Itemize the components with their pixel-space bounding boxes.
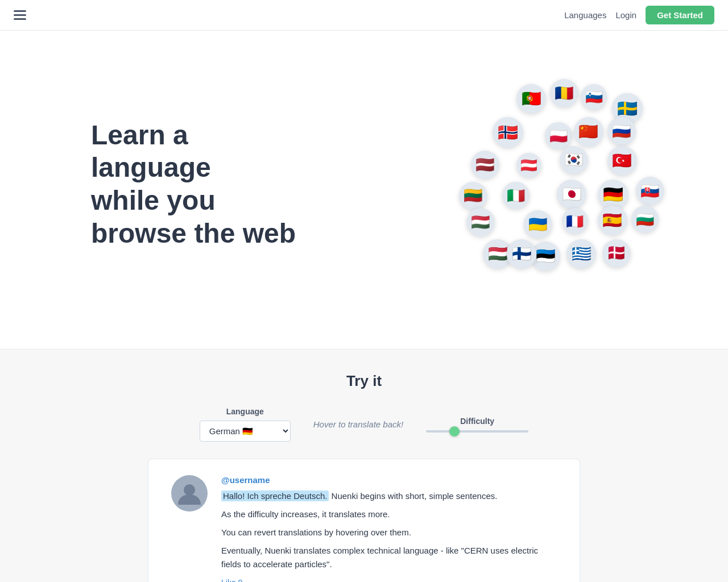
- flag-item: 🇭🇺: [466, 208, 495, 236]
- flag-item: 🇵🇹: [516, 84, 546, 114]
- post-line1: Hallo! Ich spreche Deutsch. Nuenki begin…: [221, 489, 557, 503]
- difficulty-slider[interactable]: [426, 430, 528, 433]
- flag-item: 🇸🇮: [581, 84, 607, 110]
- hero-headline: Learn a language while you browse the we…: [91, 119, 307, 250]
- flag-item: 🇵🇱: [545, 122, 572, 149]
- flag-item: 🇺🇦: [524, 210, 552, 239]
- flag-item: 🇪🇸: [598, 206, 627, 235]
- flag-item: 🇮🇹: [502, 182, 530, 209]
- flag-item: 🇫🇷: [562, 208, 588, 234]
- username: @username: [221, 475, 557, 485]
- language-select[interactable]: German 🇩🇪 French 🇫🇷 Spanish 🇪🇸 Italian 🇮…: [200, 421, 291, 442]
- flag-item: 🇦🇹: [516, 153, 541, 178]
- logo[interactable]: [14, 10, 26, 20]
- flag-item: 🇸🇰: [636, 177, 664, 205]
- navbar: Languages Login Get Started: [0, 0, 728, 31]
- flag-item: 🇱🇻: [471, 151, 499, 179]
- difficulty-label: Difficulty: [460, 417, 494, 426]
- flag-item: 🇹🇷: [607, 146, 637, 176]
- translated-text: Hallo! Ich spreche Deutsch.: [221, 490, 329, 501]
- nav-right: Languages Login Get Started: [564, 6, 714, 24]
- language-control: Language German 🇩🇪 French 🇫🇷 Spanish 🇪🇸 …: [200, 407, 291, 442]
- post-line4: Eventually, Nuenki translates complex te…: [221, 544, 557, 571]
- flag-item: 🇰🇷: [560, 146, 588, 174]
- like-link[interactable]: Like 0: [221, 578, 557, 582]
- post-line3: You can revert translations by hovering …: [221, 526, 557, 539]
- flag-circle: 🇵🇹🇷🇴🇸🇮🇸🇪🇳🇴🇵🇱🇨🇳🇷🇺🇱🇻🇦🇹🇰🇷🇹🇷🇱🇹🇮🇹🇯🇵🇩🇪🇸🇰🇭🇺🇺🇦🇫🇷…: [421, 65, 660, 304]
- flag-item: 🇫🇮: [507, 239, 536, 269]
- try-it-section: Try it Language German 🇩🇪 French 🇫🇷 Span…: [0, 350, 728, 582]
- language-label: Language: [226, 407, 264, 416]
- hero-text: Learn a language while you browse the we…: [91, 119, 307, 250]
- try-it-title: Try it: [0, 372, 728, 390]
- demo-card: @username Hallo! Ich spreche Deutsch. Nu…: [148, 459, 580, 582]
- difficulty-control: Difficulty: [426, 417, 528, 433]
- flag-item: 🇯🇵: [557, 180, 586, 209]
- hamburger-icon: [14, 10, 26, 20]
- flag-item: 🇷🇴: [550, 79, 578, 107]
- flag-item: 🇱🇹: [459, 182, 487, 210]
- flag-item: 🇨🇳: [574, 117, 603, 147]
- flag-item: 🇬🇷: [566, 239, 596, 269]
- demo-card-wrap: @username Hallo! Ich spreche Deutsch. Nu…: [0, 459, 728, 582]
- difficulty-slider-wrap: [426, 430, 528, 433]
- try-it-controls: Language German 🇩🇪 French 🇫🇷 Spanish 🇪🇸 …: [0, 407, 728, 442]
- svg-point-0: [184, 484, 195, 496]
- flag-item: 🇧🇬: [631, 206, 659, 233]
- nav-login-link[interactable]: Login: [615, 10, 636, 20]
- get-started-button[interactable]: Get Started: [646, 6, 714, 24]
- hover-hint: Hover to translate back!: [313, 419, 403, 430]
- flag-item: 🇷🇺: [607, 117, 636, 146]
- avatar: [171, 475, 208, 512]
- flag-item: 🇳🇴: [493, 117, 523, 148]
- avatar-icon: [176, 480, 203, 507]
- flag-item: 🇩🇰: [602, 239, 631, 268]
- post-line2: As the difficulty increases, it translat…: [221, 508, 557, 521]
- nav-languages-link[interactable]: Languages: [564, 10, 606, 20]
- hero-section: Learn a language while you browse the we…: [0, 31, 728, 349]
- post-content: @username Hallo! Ich spreche Deutsch. Nu…: [221, 475, 557, 582]
